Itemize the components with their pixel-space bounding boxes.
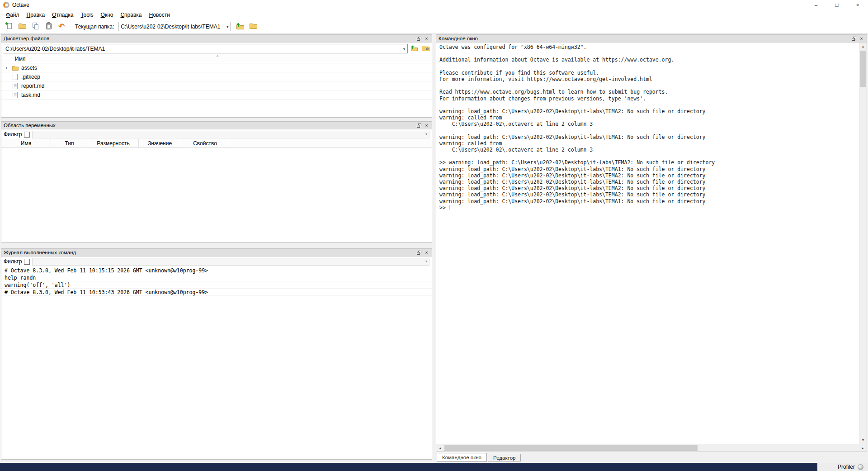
history-entry[interactable]: # Octave 8.3.0, Wed Feb 11 10:53:43 2026… bbox=[1, 289, 432, 296]
column-header-name[interactable]: Имя bbox=[1, 139, 51, 147]
console-line: warning: load_path: C:\Users\u202-02\Des… bbox=[439, 108, 859, 114]
tab-command-window[interactable]: Командное окно bbox=[437, 453, 487, 461]
history-title: Журнал выполненных команд bbox=[4, 250, 415, 255]
workspace-filter-combobox[interactable]: ▾ bbox=[32, 131, 429, 138]
horizontal-scrollbar[interactable]: ◄ ► bbox=[436, 444, 867, 452]
vertical-scrollbar-thumb[interactable] bbox=[860, 51, 866, 87]
new-script-button[interactable] bbox=[3, 21, 15, 32]
console-line: warning: load_path: C:\Users\u202-02\Des… bbox=[439, 191, 859, 198]
file-row-assets[interactable]: › assets bbox=[1, 63, 432, 72]
history-list: # Octave 8.3.0, Wed Feb 11 10:15:15 2026… bbox=[1, 266, 432, 296]
menu-item-window[interactable]: Окно bbox=[97, 10, 117, 19]
console-line bbox=[439, 102, 859, 108]
menu-item-debug[interactable]: Отладка bbox=[48, 10, 77, 19]
text-file-icon bbox=[11, 83, 19, 89]
file-browser-close-button[interactable]: × bbox=[423, 35, 430, 42]
command-window-close-button[interactable]: × bbox=[858, 35, 865, 42]
window-titlebar[interactable]: Octave – □ × bbox=[0, 0, 868, 10]
minimize-button[interactable]: – bbox=[806, 0, 826, 10]
console-line: C:\Users\u202-02\.octaverc at line 2 col… bbox=[439, 121, 859, 127]
console-line: C:\Users\u202-02\.octaverc at line 2 col… bbox=[439, 147, 859, 153]
file-row-report[interactable]: report.md bbox=[1, 81, 432, 90]
console-line bbox=[439, 127, 859, 133]
console-line: warning: load_path: C:\Users\u202-02\Des… bbox=[439, 179, 859, 185]
file-browser-actions-button[interactable] bbox=[420, 44, 430, 53]
window-title: Octave bbox=[12, 2, 29, 8]
column-header-value[interactable]: Значение bbox=[139, 139, 181, 147]
expander-icon[interactable]: › bbox=[4, 65, 9, 71]
file-browser-path-combobox[interactable]: C:/Users/u202-02/Desktop/it-labs/TEMA1 ▾ bbox=[3, 44, 408, 53]
undo-button[interactable]: ↶ bbox=[56, 21, 67, 32]
dock-tabbar: Командное окно Редактор bbox=[437, 453, 521, 461]
console-output[interactable]: Octave was configured for "x86_64-w64-mi… bbox=[436, 43, 859, 444]
file-name: report.md bbox=[21, 83, 44, 89]
workspace-titlebar[interactable]: Область переменных × bbox=[1, 122, 432, 129]
name-column-header[interactable]: Имя ^ bbox=[1, 55, 432, 63]
vertical-scrollbar[interactable]: ▲ ▼ bbox=[859, 43, 867, 444]
column-header-attribute[interactable]: Свойство bbox=[181, 139, 229, 147]
file-name: assets bbox=[21, 65, 37, 71]
workspace-close-button[interactable]: × bbox=[423, 122, 430, 129]
current-directory-label: Текущая папка: bbox=[75, 24, 114, 30]
taskbar-strip bbox=[0, 463, 817, 471]
bottom-bar: Profiler bbox=[0, 463, 868, 471]
paste-button[interactable] bbox=[42, 21, 54, 32]
column-header-type[interactable]: Тип bbox=[51, 139, 88, 147]
scroll-right-icon[interactable]: ► bbox=[859, 444, 867, 452]
current-directory-value: C:\Users\u202-02\Desktop\it-labs\TEMA1 bbox=[121, 24, 220, 30]
file-browser-undock-button[interactable] bbox=[415, 35, 423, 42]
menu-item-news[interactable]: Новости bbox=[146, 10, 174, 19]
menu-item-edit[interactable]: Правка bbox=[23, 10, 49, 19]
open-folder-icon bbox=[18, 23, 26, 31]
console-line bbox=[439, 50, 859, 57]
browse-directory-button[interactable] bbox=[247, 21, 259, 32]
tab-editor[interactable]: Редактор bbox=[488, 454, 521, 461]
horizontal-scrollbar-thumb[interactable] bbox=[444, 445, 698, 451]
history-entry[interactable]: # Octave 8.3.0, Wed Feb 11 10:15:15 2026… bbox=[1, 267, 432, 274]
workspace-undock-button[interactable] bbox=[415, 122, 423, 129]
command-history-panel: Журнал выполненных команд × Фильтр ▾ # O… bbox=[1, 248, 432, 460]
history-undock-button[interactable] bbox=[415, 249, 423, 256]
history-filter-checkbox[interactable] bbox=[24, 259, 30, 265]
workspace-filter-checkbox[interactable] bbox=[24, 132, 30, 138]
scroll-left-icon[interactable]: ◄ bbox=[436, 444, 444, 452]
file-browser-toolbar: C:/Users/u202-02/Desktop/it-labs/TEMA1 ▾ bbox=[1, 43, 432, 55]
file-browser-titlebar[interactable]: Диспетчер файлов × bbox=[1, 35, 432, 43]
file-icon bbox=[11, 74, 19, 80]
history-titlebar[interactable]: Журнал выполненных команд × bbox=[1, 249, 432, 257]
history-filter-combobox[interactable]: ▾ bbox=[32, 258, 429, 266]
close-button[interactable]: × bbox=[847, 0, 868, 10]
copy-button[interactable] bbox=[29, 21, 41, 32]
scroll-down-icon[interactable]: ▼ bbox=[859, 436, 867, 444]
up-directory-button[interactable] bbox=[234, 21, 246, 32]
file-browser-up-directory-button[interactable] bbox=[409, 44, 419, 53]
command-window-undock-button[interactable] bbox=[850, 35, 858, 42]
console-line: Octave was configured for "x86_64-w64-mi… bbox=[439, 44, 859, 50]
console-prompt-line[interactable]: >> bbox=[439, 205, 859, 211]
maximize-button[interactable]: □ bbox=[826, 0, 847, 10]
history-entry[interactable]: help randn bbox=[1, 274, 432, 281]
command-window-titlebar[interactable]: Командное окно × bbox=[436, 35, 867, 43]
file-row-gitkeep[interactable]: .gitkeep bbox=[1, 72, 432, 81]
console-line: warning: load_path: C:\Users\u202-02\Des… bbox=[439, 166, 859, 172]
menu-item-tools[interactable]: Tools bbox=[77, 10, 97, 19]
undo-icon: ↶ bbox=[58, 23, 65, 30]
history-entry[interactable]: warning('off', 'all') bbox=[1, 281, 432, 289]
current-directory-combobox[interactable]: C:\Users\u202-02\Desktop\it-labs\TEMA1 ▾ bbox=[118, 22, 231, 31]
folder-up-icon bbox=[410, 45, 418, 52]
undock-icon bbox=[417, 37, 421, 41]
scroll-up-icon[interactable]: ▲ bbox=[859, 43, 867, 50]
profiler-status[interactable]: Profiler bbox=[817, 463, 868, 471]
column-header-dimension[interactable]: Размерность bbox=[88, 139, 139, 147]
workspace-column-headers: Имя Тип Размерность Значение Свойство bbox=[1, 139, 432, 148]
file-row-task[interactable]: task.md bbox=[1, 90, 432, 100]
file-browser-path-value: C:/Users/u202-02/Desktop/it-labs/TEMA1 bbox=[5, 46, 105, 52]
profiler-indicator-icon bbox=[858, 464, 863, 470]
undock-icon bbox=[417, 124, 421, 128]
menu-item-file[interactable]: Файл bbox=[2, 10, 23, 19]
open-button[interactable] bbox=[16, 21, 28, 32]
history-close-button[interactable]: × bbox=[423, 249, 430, 256]
menu-item-help[interactable]: Справка bbox=[117, 10, 145, 19]
file-browser-panel: Диспетчер файлов × C:/Users/u202-02/Desk… bbox=[1, 34, 432, 118]
history-filter-label: Фильтр bbox=[4, 258, 22, 265]
